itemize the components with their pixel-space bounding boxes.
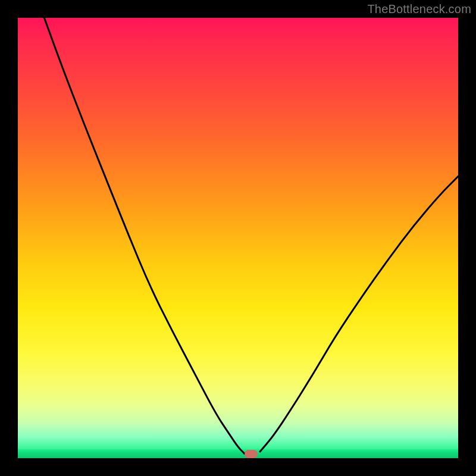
curve-left-branch bbox=[44, 18, 245, 454]
curve-right-branch bbox=[260, 176, 458, 452]
watermark-text: TheBottleneck.com bbox=[367, 2, 471, 16]
chart-frame: TheBottleneck.com bbox=[0, 0, 476, 476]
bottleneck-marker bbox=[245, 450, 258, 458]
curve-svg bbox=[18, 18, 458, 458]
plot-area bbox=[18, 18, 458, 458]
